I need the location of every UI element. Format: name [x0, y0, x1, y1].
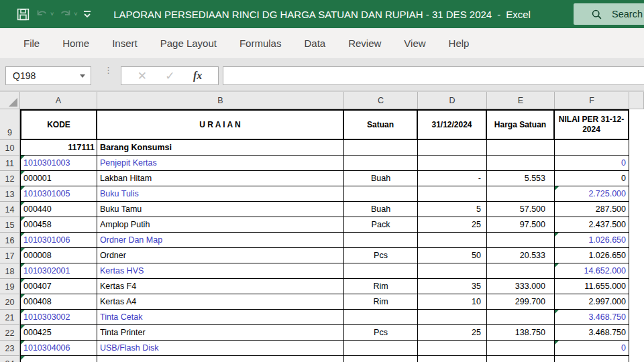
tab-insert[interactable]: Insert [101, 38, 149, 49]
row-header[interactable]: 12 [0, 171, 20, 186]
column-header-b[interactable]: B [97, 92, 344, 109]
cell-qty[interactable] [418, 186, 487, 202]
search-box[interactable]: Search [574, 3, 644, 25]
formula-input[interactable] [223, 66, 644, 85]
tab-home[interactable]: Home [51, 38, 101, 49]
cell-uraian[interactable]: Kertas A4 [97, 294, 344, 310]
cell-nilai[interactable]: 14.652.000 [555, 263, 629, 279]
cell-qty[interactable]: 5 [418, 202, 487, 217]
redo-button[interactable]: ˅ [58, 4, 77, 24]
cell-satuan[interactable]: Buah [344, 171, 418, 186]
tab-data[interactable]: Data [292, 38, 337, 49]
column-header-e[interactable]: E [487, 92, 555, 109]
cell-kode[interactable]: 000407 [20, 279, 97, 294]
cell-harga[interactable] [487, 186, 555, 202]
cell-harga[interactable]: 20.533 [487, 248, 555, 263]
cell-uraian[interactable]: Tinta Cetak [97, 310, 344, 325]
header-cell-tanggal[interactable]: 31/12/2024 [418, 109, 487, 140]
cell-satuan[interactable] [344, 156, 418, 171]
tab-view[interactable]: View [392, 38, 437, 49]
cell-satuan[interactable]: Rim [344, 294, 418, 310]
enter-icon[interactable]: ✓ [165, 69, 174, 83]
cell-nilai[interactable]: 2.437.500 [555, 217, 629, 233]
cell-uraian[interactable]: Buku Tamu [97, 202, 344, 217]
cell-nilai[interactable]: 3.468.750 [555, 325, 629, 341]
customize-quick-access-button[interactable] [82, 4, 93, 24]
cell-satuan[interactable]: Pcs [344, 248, 418, 263]
cell-kode[interactable] [20, 356, 97, 362]
cell-kode[interactable]: 000440 [20, 202, 97, 217]
row-header[interactable]: 15 [0, 217, 20, 233]
cell-harga[interactable] [487, 263, 555, 279]
row-header[interactable]: 9 [0, 109, 20, 140]
cell-uraian[interactable] [97, 356, 344, 362]
cell-qty[interactable]: 10 [418, 294, 487, 310]
column-header-d[interactable]: D [418, 92, 487, 109]
cell-kode[interactable]: 000458 [20, 217, 97, 233]
cell-nilai[interactable] [555, 140, 629, 156]
row-header[interactable]: 19 [0, 279, 20, 294]
cell-satuan[interactable] [344, 310, 418, 325]
save-button[interactable] [16, 4, 30, 24]
row-header[interactable]: 24 [0, 356, 20, 362]
cell-qty[interactable] [418, 356, 487, 362]
cell-harga[interactable]: 138.750 [487, 325, 555, 341]
undo-button[interactable]: ˅ [34, 4, 54, 24]
row-header[interactable]: 22 [0, 325, 20, 341]
cell-satuan[interactable] [344, 341, 418, 356]
cell-uraian[interactable]: Kertas HVS [97, 263, 344, 279]
cell-kode[interactable]: 1010301003 [20, 156, 97, 171]
cell-satuan[interactable]: Buah [344, 202, 418, 217]
cell-kode[interactable]: 000008 [20, 248, 97, 263]
cell-nilai[interactable]: 0 [555, 341, 629, 356]
row-header[interactable]: 20 [0, 294, 20, 310]
row-header[interactable]: 10 [0, 140, 20, 156]
cell-satuan[interactable]: Pcs [344, 325, 418, 341]
cell-kode[interactable]: 1010301005 [20, 186, 97, 202]
cell-nilai[interactable] [555, 356, 629, 362]
cell-qty[interactable] [418, 263, 487, 279]
tab-file[interactable]: File [15, 38, 51, 49]
cell-qty[interactable] [418, 341, 487, 356]
name-box[interactable]: Q198 [5, 66, 91, 85]
row-header[interactable]: 13 [0, 186, 20, 202]
cell-satuan[interactable]: Rim [344, 279, 418, 294]
cell-qty[interactable] [418, 156, 487, 171]
cell-kode[interactable]: 1010301006 [20, 233, 97, 248]
cell-harga[interactable] [487, 233, 555, 248]
cell-nilai[interactable]: 0 [555, 156, 629, 171]
cell-harga[interactable]: 333.000 [487, 279, 555, 294]
cell-harga[interactable] [487, 356, 555, 362]
row-header[interactable]: 16 [0, 233, 20, 248]
cell-uraian[interactable]: USB/Flash Disk [97, 341, 344, 356]
tab-review[interactable]: Review [337, 38, 392, 49]
header-cell-satuan[interactable]: Satuan [344, 109, 418, 140]
tab-formulas[interactable]: Formulas [228, 38, 293, 49]
cell-harga[interactable]: 97.500 [487, 217, 555, 233]
cancel-icon[interactable]: ✕ [138, 69, 147, 83]
row-header[interactable]: 23 [0, 341, 20, 356]
name-box-dropdown-icon[interactable] [80, 74, 85, 78]
row-header[interactable]: 21 [0, 310, 20, 325]
tab-page-layout[interactable]: Page Layout [149, 38, 228, 49]
cell-satuan[interactable]: Pack [344, 217, 418, 233]
insert-function-icon[interactable]: fx [193, 70, 202, 82]
cell-harga[interactable]: 5.553 [487, 171, 555, 186]
tab-help[interactable]: Help [437, 38, 481, 49]
cell-qty[interactable]: 25 [418, 325, 487, 341]
cell-nilai[interactable]: 1.026.650 [555, 233, 629, 248]
cell-qty[interactable]: 35 [418, 279, 487, 294]
row-header[interactable]: 17 [0, 248, 20, 263]
cell-uraian[interactable]: Lakban Hitam [97, 171, 344, 186]
cell-uraian[interactable]: Penjepit Kertas [97, 156, 344, 171]
cell-uraian[interactable]: Ordner [97, 248, 344, 263]
cell-qty[interactable]: 50 [418, 248, 487, 263]
select-all-button[interactable] [0, 92, 20, 109]
row-header[interactable]: 11 [0, 156, 20, 171]
cell-harga[interactable]: 57.500 [487, 202, 555, 217]
header-cell-harga[interactable]: Harga Satuan [487, 109, 555, 140]
column-header-f[interactable]: F [555, 92, 629, 109]
column-header-c[interactable]: C [344, 92, 418, 109]
cell-uraian[interactable]: Buku Tulis [97, 186, 344, 202]
cell-uraian[interactable]: Amplop Putih [97, 217, 344, 233]
